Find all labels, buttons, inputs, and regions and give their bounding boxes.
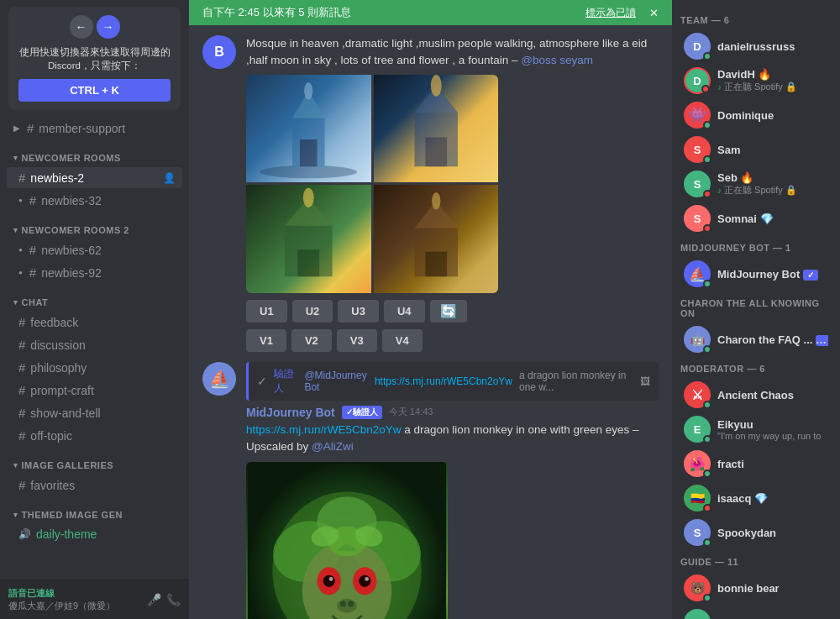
svg-point-31 <box>329 577 333 581</box>
member-midjourney-bot[interactable]: ⛵ MidJourney Bot ✓ <box>675 257 837 291</box>
message-link[interactable]: https://s.mj.run/rWE5Cbn2oYw <box>246 423 402 436</box>
refresh-button[interactable]: 🔄 <box>430 300 467 323</box>
voice-users-text: 傻瓜大嘉／伊娃9（微愛） <box>8 600 142 612</box>
sidebar-item-favorites[interactable]: # favorites <box>7 475 182 496</box>
member-name: isaacq 💎 <box>717 492 828 505</box>
svg-point-29 <box>323 575 335 587</box>
section-newcomer-rooms[interactable]: ▾ NEWCOMER ROOMS <box>0 139 189 166</box>
member-name: Dominique <box>717 109 828 122</box>
member-classpectanon[interactable]: C classpectanon <box>675 606 837 619</box>
member-info: MidJourney Bot ✓ <box>717 268 828 281</box>
sidebar-item-daily-theme[interactable]: 🔊 daily-theme <box>7 524 182 544</box>
sidebar-item-newbies-32[interactable]: ● # newbies-32 <box>7 190 182 211</box>
mosque-image-1[interactable] <box>246 75 371 183</box>
section-themed-image-gen[interactable]: ▾ THEMED IMAGE GEN <box>0 496 189 523</box>
member-seb[interactable]: S Seb 🔥 ♪正在聽 Spotify 🔒 <box>675 167 837 201</box>
svg-point-32 <box>365 577 369 581</box>
sidebar-item-newbies-92[interactable]: ● # newbies-92 <box>7 262 182 283</box>
microphone-icon[interactable]: 🎤 <box>147 593 161 606</box>
member-avatar: S <box>684 205 711 232</box>
member-charon[interactable]: 🤖 Charon the FAQ ... ✓ <box>675 323 837 356</box>
member-info: isaacq 💎 <box>717 492 828 505</box>
sidebar-item-show-and-tell[interactable]: # show-and-tell <box>7 402 182 423</box>
member-sam[interactable]: S Sam <box>675 133 837 166</box>
sidebar-item-feedback[interactable]: # feedback <box>7 312 182 333</box>
ctrl-k-button[interactable]: CTRL + K <box>18 79 171 102</box>
notification-text: 自下午 2:45 以來有 5 則新訊息 <box>202 5 351 20</box>
v2-button[interactable]: V2 <box>291 329 332 352</box>
status-dot <box>703 469 711 478</box>
sidebar-item-newbies-62[interactable]: ● # newbies-62 <box>7 239 182 260</box>
chevron-icon: ▾ <box>13 461 18 469</box>
section-label-text: CHAT <box>22 297 49 307</box>
member-eikyuu[interactable]: E Eikyuu "I'm on my way up, run to <box>675 412 837 446</box>
member-status: ♪正在聽 Spotify 🔒 <box>717 81 828 93</box>
member-avatar: 🤖 <box>684 326 711 353</box>
chevron-icon: ▾ <box>13 298 18 307</box>
v4-button[interactable]: V4 <box>382 329 423 352</box>
member-avatar: 🇨🇴 <box>684 485 711 511</box>
channel-label: newbies-2 <box>30 171 158 185</box>
member-name: danielrussruss <box>717 40 828 53</box>
phone-icon[interactable]: 📞 <box>166 593 181 606</box>
message-text: Mosque in heaven ,dramatic light ,muslim… <box>246 35 659 70</box>
member-info: Ancient Chaos <box>717 389 828 401</box>
member-avatar: 👾 <box>684 102 711 129</box>
sidebar-item-newbies-2[interactable]: # newbies-2 👤 <box>7 167 182 188</box>
member-info: Sam <box>717 144 828 156</box>
svg-point-0 <box>260 165 357 177</box>
channel-dot: ● <box>18 246 23 254</box>
dragon-lion-image[interactable] <box>246 462 448 619</box>
member-dominique[interactable]: 👾 Dominique <box>675 98 837 132</box>
mark-read-button[interactable]: 標示為已讀 <box>585 6 636 20</box>
sidebar-item-philosophy[interactable]: # philosophy <box>7 357 182 378</box>
message-row-2: ⛵ ✓ 驗證人 @MidJourney Bot https://s.mj.run… <box>202 362 659 620</box>
u1-button[interactable]: U1 <box>246 300 287 323</box>
member-danielrussruss[interactable]: D danielrussruss <box>675 29 837 63</box>
member-name: Seb 🔥 <box>717 171 828 184</box>
svg-rect-19 <box>425 252 447 277</box>
svg-rect-9 <box>425 137 447 166</box>
v3-button[interactable]: V3 <box>337 329 377 352</box>
member-davidh[interactable]: D DavidH 🔥 ♪正在聽 Spotify 🔒 <box>675 64 837 97</box>
sidebar-item-discussion[interactable]: # discussion <box>7 334 182 355</box>
sidebar-item-prompt-craft[interactable]: # prompt-craft <box>7 380 182 401</box>
svg-point-35 <box>348 601 354 606</box>
u3-button[interactable]: U3 <box>338 300 379 323</box>
channel-label: show-and-tell <box>30 407 176 420</box>
mosque-image-4[interactable] <box>374 185 499 293</box>
member-avatar: ⚔ <box>684 381 711 408</box>
preview-link[interactable]: https://s.mj.run/rWE5Cbn2oYw <box>375 375 512 387</box>
member-name: classpectanon <box>717 616 828 620</box>
section-chat[interactable]: ▾ CHAT <box>0 284 189 311</box>
member-somnai[interactable]: S Somnai 💎 <box>675 202 837 235</box>
v1-button[interactable]: V1 <box>246 329 286 352</box>
right-sidebar: TEAM — 6 D danielrussruss D DavidH 🔥 ♪正在… <box>672 0 840 619</box>
hash-icon: # <box>29 243 36 257</box>
member-bonnie-bear[interactable]: 🐻 bonnie bear <box>675 571 837 605</box>
status-dot <box>703 401 711 409</box>
notification-right: 標示為已讀 ✕ <box>585 6 659 20</box>
sidebar-item-off-topic[interactable]: # off-topic <box>7 425 182 446</box>
spotify-icon: ♪ <box>717 82 722 92</box>
svg-point-30 <box>359 575 370 587</box>
member-avatar: S <box>684 519 711 546</box>
voice-bar: 語音已連線 傻瓜大嘉／伊娃9（微愛） 🎤 📞 <box>0 580 189 619</box>
close-notification-icon[interactable]: ✕ <box>649 7 659 19</box>
member-isaacq[interactable]: 🇨🇴 isaacq 💎 <box>675 481 837 515</box>
action-buttons: U1 U2 U3 U4 🔄 <box>246 300 659 323</box>
mosque-image-2[interactable] <box>374 75 499 183</box>
u4-button[interactable]: U4 <box>384 300 425 323</box>
member-ancient-chaos[interactable]: ⚔ Ancient Chaos <box>675 378 837 412</box>
image-grid[interactable] <box>246 75 498 293</box>
mosque-image-3[interactable] <box>246 185 371 293</box>
sidebar-item-member-support[interactable]: ▶ # member-support <box>7 118 182 139</box>
section-newcomer-rooms-2[interactable]: ▾ NEWCOMER ROOMS 2 <box>0 212 189 239</box>
channel-label: favorites <box>30 479 176 492</box>
member-spookydan[interactable]: S Spookydan <box>675 516 837 549</box>
section-image-galleries[interactable]: ▾ IMAGE GALLERIES <box>0 447 189 474</box>
switcher-tip: ← → 使用快速切換器來快速取得周邊的 Discord，只需按下： CTRL +… <box>8 7 181 110</box>
u2-button[interactable]: U2 <box>292 300 333 323</box>
member-fracti[interactable]: 🌺 fracti <box>675 447 837 480</box>
voice-icons: 🎤 📞 <box>147 593 181 606</box>
